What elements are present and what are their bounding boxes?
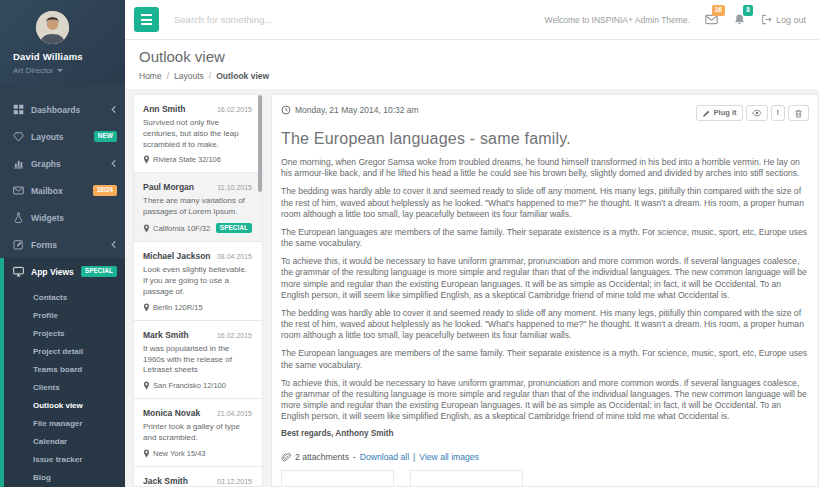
messages-count-badge: 16: [712, 5, 725, 16]
user-role-dropdown[interactable]: Art Director: [13, 66, 117, 75]
notifications-bell-icon[interactable]: 8: [733, 13, 746, 26]
mail-paragraph: One morning, when Gregor Samsa woke from…: [281, 157, 809, 179]
list-scrollbar[interactable]: [258, 95, 262, 192]
welcome-text: Welcome to INSPINIA+ Admin Theme.: [545, 15, 690, 25]
mail-list-item-monica-novak[interactable]: Monica Novak21.04.2015 Printer took a ga…: [134, 399, 262, 467]
sidebar-subitem-file-manager[interactable]: File manager: [4, 414, 125, 432]
bar-chart-icon: [13, 158, 24, 169]
new-badge: NEW: [94, 131, 117, 142]
logout-button[interactable]: Log out: [761, 14, 806, 25]
mail-list-item-mark-smith[interactable]: Mark Smith16.02.2015 It was popularised …: [134, 321, 262, 399]
sidebar-item-mailbox[interactable]: Mailbox 16/24: [0, 177, 125, 204]
profile-panel: David Williams Art Director: [0, 0, 125, 85]
sender-name: Michael Jackson: [143, 251, 211, 261]
mail-excerpt: Printer took a galley of type and scramb…: [143, 422, 252, 444]
chevron-left-icon: [110, 159, 117, 168]
menu-toggle-button[interactable]: [134, 7, 159, 32]
sidebar-subitem-contacts[interactable]: Contacts: [4, 288, 125, 306]
special-badge: SPECIAL: [81, 266, 117, 277]
mail-list-item-jack-smith[interactable]: Jack Smith03.12.2015 Also the leap into …: [134, 467, 262, 487]
pen-icon: [702, 109, 711, 118]
pencil-square-icon: [13, 239, 24, 250]
download-all-link[interactable]: Download all: [360, 452, 409, 462]
top-navbar: Welcome to INSPINIA+ Admin Theme. 16 8 L…: [125, 0, 819, 40]
clock-icon: [281, 105, 291, 115]
map-marker-icon: [143, 449, 150, 458]
mail-paragraph: The bedding was hardly able to cover it …: [281, 308, 809, 342]
sender-name: Jack Smith: [143, 476, 188, 486]
avatar-photo: [36, 11, 69, 44]
sidebar-item-dashboards[interactable]: Dashboards: [0, 96, 125, 123]
attachments-list: [281, 470, 809, 487]
mail-detail-date: Monday, 21 May 2014, 10:32 am: [281, 105, 419, 115]
mail-date: 21.04.2015: [217, 410, 252, 417]
topbar-right: Welcome to INSPINIA+ Admin Theme. 16 8 L…: [545, 13, 819, 26]
sidebar-subitem-outlook-view[interactable]: Outlook view: [4, 396, 125, 414]
sidebar-subitem-project-detail[interactable]: Project detail: [4, 342, 125, 360]
mail-actions: Plug it !: [696, 105, 809, 121]
sidebar-item-label: Mailbox: [31, 186, 93, 196]
sidebar-subitem-profile[interactable]: Profile: [4, 306, 125, 324]
sidebar-item-layouts[interactable]: Layouts NEW: [0, 123, 125, 150]
mail-date: 16.02.2015: [217, 332, 252, 339]
diamond-icon: [13, 131, 24, 142]
mail-list-panel: Ann Smith16.02.2015 Survived not only fi…: [133, 94, 263, 487]
sidebar-subitem-issue-tracker[interactable]: Issue tracker: [4, 450, 125, 468]
breadcrumb-home[interactable]: Home: [139, 71, 162, 81]
map-marker-icon: [143, 381, 150, 390]
sidebar-item-forms[interactable]: Forms: [0, 231, 125, 258]
page-title: Outlook view: [139, 48, 805, 65]
attachments-pipe: |: [413, 452, 415, 462]
sidebar-item-label: Widgets: [31, 213, 117, 223]
view-button[interactable]: [746, 105, 768, 121]
sender-name: Monica Novak: [143, 408, 200, 418]
sidebar-subitem-blog[interactable]: Blog: [4, 468, 125, 486]
main-area: Welcome to INSPINIA+ Admin Theme. 16 8 L…: [125, 0, 819, 487]
mail-count-badge: 16/24: [93, 185, 117, 196]
flask-icon: [13, 212, 24, 223]
sign-out-icon: [761, 14, 772, 25]
sidebar-active-section: App Views SPECIAL Contacts Profile Proje…: [0, 258, 125, 487]
envelope-icon: [13, 185, 24, 196]
paperclip-icon: [281, 452, 291, 462]
sidebar-subitem-projects[interactable]: Projects: [4, 324, 125, 342]
mail-location: Berlin 120R/15: [153, 303, 203, 312]
mail-excerpt: It was popularised in the 1960s with the…: [143, 344, 252, 376]
attachment-file[interactable]: [281, 470, 394, 487]
content-area: Ann Smith16.02.2015 Survived not only fi…: [125, 89, 819, 487]
sidebar-item-app-views[interactable]: App Views SPECIAL: [4, 258, 125, 285]
mail-excerpt: There are many variations of passages of…: [143, 196, 252, 218]
attachment-chart[interactable]: [410, 470, 523, 487]
sidebar-item-widgets[interactable]: Widgets: [0, 204, 125, 231]
mail-list-item-michael-jackson[interactable]: Michael Jackson08.04.2015 Look even slig…: [134, 242, 262, 320]
sidebar-subitem-clients[interactable]: Clients: [4, 378, 125, 396]
plug-it-button[interactable]: Plug it: [696, 105, 743, 121]
important-button[interactable]: !: [771, 105, 786, 121]
mail-detail-panel: Monday, 21 May 2014, 10:32 am Plug it !: [271, 94, 819, 487]
breadcrumb-layouts[interactable]: Layouts: [174, 71, 204, 81]
messages-icon[interactable]: 16: [705, 13, 718, 26]
mail-date: 16.02.2015: [217, 106, 252, 113]
sidebar-item-label: Forms: [31, 240, 110, 250]
breadcrumb: Home / Layouts / Outlook view: [139, 71, 805, 81]
mail-list-item-paul-morgan[interactable]: Paul Morgan11.10.2015 There are many var…: [134, 173, 262, 242]
mail-body: One morning, when Gregor Samsa woke from…: [281, 157, 809, 422]
map-marker-icon: [143, 155, 150, 164]
mail-paragraph: To achieve this, it would be necessary t…: [281, 378, 809, 423]
sidebar-subitem-teams-board[interactable]: Teams board: [4, 360, 125, 378]
view-all-images-link[interactable]: View all images: [419, 452, 479, 462]
sidebar-subitem-calendar[interactable]: Calendar: [4, 432, 125, 450]
user-name: David Williams: [13, 51, 117, 62]
delete-button[interactable]: [788, 105, 809, 121]
exclamation-icon: !: [777, 109, 780, 117]
breadcrumb-separator: /: [209, 71, 211, 81]
search-input[interactable]: [174, 14, 474, 25]
breadcrumb-current: Outlook view: [216, 71, 269, 81]
mail-location: New York 15/43: [153, 449, 206, 458]
mail-list-item-ann-smith[interactable]: Ann Smith16.02.2015 Survived not only fi…: [134, 95, 262, 173]
sidebar-item-graphs[interactable]: Graphs: [0, 150, 125, 177]
page-heading: Outlook view Home / Layouts / Outlook vi…: [125, 40, 819, 89]
sender-name: Ann Smith: [143, 104, 186, 114]
sidebar: David Williams Art Director Dashboards L…: [0, 0, 125, 487]
avatar: [36, 11, 69, 44]
